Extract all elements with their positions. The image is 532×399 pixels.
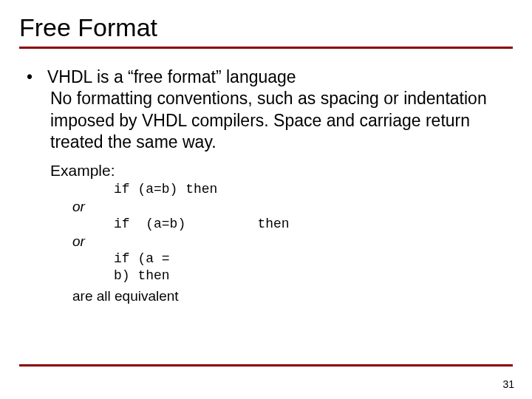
closing-text: are all equivalent — [72, 287, 513, 305]
code-example-3-line2: b) then — [114, 267, 513, 284]
or-separator-1: or — [72, 198, 513, 216]
code-example-1: if (a=b) then — [114, 181, 513, 198]
slide: Free Format • VHDL is a “free format” la… — [0, 0, 532, 399]
bullet-text: VHDL is a “free format” language — [47, 66, 296, 88]
slide-title: Free Format — [19, 13, 513, 42]
bullet-description: No formatting conventions, such as spaci… — [50, 88, 505, 153]
example-label: Example: — [50, 161, 513, 181]
title-underline — [19, 47, 513, 49]
bullet-item: • VHDL is a “free format” language — [27, 66, 513, 88]
or-separator-2: or — [72, 233, 513, 250]
body-content: • VHDL is a “free format” language No fo… — [19, 66, 513, 306]
footer-rule — [19, 364, 513, 366]
page-number: 31 — [502, 378, 514, 390]
code-example-2: if (a=b) then — [114, 216, 513, 233]
bullet-marker: • — [27, 66, 47, 88]
code-example-3-line1: if (a = — [114, 250, 513, 267]
